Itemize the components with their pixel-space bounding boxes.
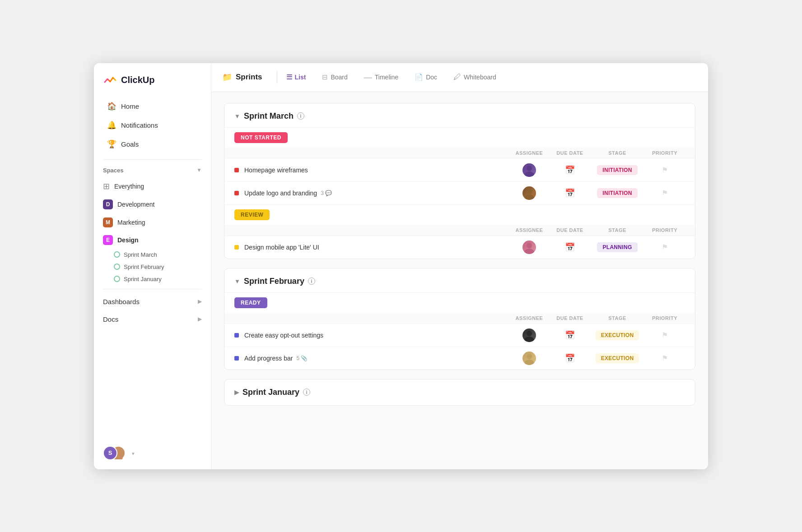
status-badge-review: REVIEW	[234, 209, 270, 220]
sprint-march-header: ▼ Sprint March i	[224, 103, 695, 127]
sidebar-item-dashboards[interactable]: Dashboards ▶	[94, 293, 211, 310]
task-row-opt-out[interactable]: Create easy opt-out settings 📅 EXECUTION	[224, 324, 695, 347]
sprint-february-info[interactable]: i	[308, 278, 315, 285]
whiteboard-tab-icon: 🖊	[453, 73, 461, 82]
review-header: REVIEW	[224, 205, 695, 225]
main-content: 📁 Sprints ☰ List ⊟ Board — Timeline �	[211, 63, 708, 469]
col-headers-2: ASSIGNEE DUE DATE STAGE PRIORITY	[224, 225, 695, 236]
task-duedate-5[interactable]: 📅	[550, 353, 590, 363]
logo[interactable]: ClickUp	[94, 63, 211, 95]
sprint-january-info[interactable]: i	[303, 389, 310, 396]
task-duedate-3[interactable]: 📅	[550, 242, 590, 252]
tab-board[interactable]: ⊟ Board	[315, 69, 354, 85]
sidebar-item-goals[interactable]: 🏆 Goals	[98, 135, 207, 153]
task-duedate-2[interactable]: 📅	[550, 188, 590, 198]
development-badge: D	[103, 199, 113, 209]
col-stage-2: STAGE	[590, 227, 644, 233]
stage-badge-5: EXECUTION	[596, 353, 639, 363]
task-duedate-4[interactable]: 📅	[550, 330, 590, 340]
sidebar-sprint-february-label: Sprint February	[124, 264, 164, 270]
sidebar-label-dashboards: Dashboards	[103, 298, 140, 305]
board-tab-icon: ⊟	[322, 73, 328, 81]
sprint-january-chevron[interactable]: ▶	[234, 389, 239, 396]
col-priority-2: PRIORITY	[644, 227, 685, 233]
sprint-february-header: ▼ Sprint February i	[224, 268, 695, 292]
sprint-march-dot	[114, 251, 120, 258]
user-avatars[interactable]: S	[103, 446, 126, 462]
col-headers-1: ASSIGNEE DUE DATE STAGE PRIORITY	[224, 148, 695, 158]
col-priority-1: PRIORITY	[644, 150, 685, 156]
task-row-homepage-wireframes[interactable]: Homepage wireframes 📅 INITIATION	[224, 158, 695, 181]
tab-whiteboard[interactable]: 🖊 Whiteboard	[446, 69, 504, 85]
calendar-icon-5: 📅	[565, 353, 575, 363]
col-headers-3: ASSIGNEE DUE DATE STAGE PRIORITY	[224, 313, 695, 324]
task-dot-2	[234, 191, 239, 195]
sidebar-sprint-march[interactable]: Sprint March	[94, 249, 211, 261]
docs-chevron: ▶	[198, 316, 202, 322]
svg-point-4	[527, 189, 532, 194]
priority-flag-1[interactable]: ⚑	[662, 166, 668, 174]
svg-point-7	[524, 249, 534, 254]
task-row-update-logo[interactable]: Update logo and branding 3 💬	[224, 181, 695, 204]
stage-badge-1: INITIATION	[597, 165, 637, 175]
sidebar-sprint-january[interactable]: Sprint January	[94, 273, 211, 285]
tab-board-label: Board	[331, 74, 347, 81]
sidebar-label-docs: Docs	[103, 315, 118, 323]
task-stage-1: INITIATION	[590, 165, 644, 175]
priority-flag-3[interactable]: ⚑	[662, 243, 668, 251]
task-assignee-2	[509, 186, 550, 200]
sprint-february-chevron[interactable]: ▼	[234, 278, 240, 285]
sidebar-item-marketing[interactable]: M Marketing	[94, 214, 211, 231]
sidebar-item-design[interactable]: E Design	[94, 231, 211, 249]
sidebar-item-everything[interactable]: ⊞ Everything	[94, 178, 211, 195]
list-tab-icon: ☰	[286, 73, 292, 81]
sprint-march-card: ▼ Sprint March i NOT STARTED ASSIGNEE DU…	[224, 103, 695, 259]
app-name: ClickUp	[121, 75, 154, 85]
sprint-march-info[interactable]: i	[297, 112, 304, 120]
tab-timeline[interactable]: — Timeline	[357, 69, 406, 86]
calendar-icon-2: 📅	[565, 188, 575, 198]
svg-point-8	[527, 331, 532, 336]
svg-point-10	[527, 354, 532, 359]
sidebar-item-development[interactable]: D Development	[94, 196, 211, 213]
task-duedate-1[interactable]: 📅	[550, 165, 590, 175]
tab-doc-label: Doc	[426, 74, 437, 81]
task-assignee-1	[509, 163, 550, 177]
comment-icon: 💬	[325, 190, 332, 196]
sprint-january-card: ▶ Sprint January i	[224, 379, 695, 406]
sidebar-label-notifications: Notifications	[121, 121, 158, 129]
topbar: 📁 Sprints ☰ List ⊟ Board — Timeline �	[211, 63, 708, 92]
footer-chevron[interactable]: ▾	[132, 451, 135, 457]
divider-1	[103, 159, 202, 160]
priority-flag-2[interactable]: ⚑	[662, 189, 668, 197]
ready-section: READY ASSIGNEE DUE DATE STAGE PRIORITY	[224, 292, 695, 370]
spaces-label: Spaces	[103, 167, 124, 174]
task-priority-1: ⚑	[644, 166, 685, 174]
dashboards-chevron: ▶	[198, 298, 202, 305]
task-row-progress-bar[interactable]: Add progress bar 5 📎 📅	[224, 347, 695, 370]
task-row-design-mobile[interactable]: Design mobile app 'Lite' UI 📅 PLANNING	[224, 236, 695, 259]
spaces-header[interactable]: Spaces ▼	[94, 163, 211, 177]
task-name-5: Add progress bar 5 📎	[244, 355, 509, 362]
tab-list[interactable]: ☰ List	[279, 69, 313, 85]
sidebar-sprint-february[interactable]: Sprint February	[94, 261, 211, 273]
col-priority-3: PRIORITY	[644, 315, 685, 321]
avatar-task-4	[522, 328, 536, 342]
sprint-march-chevron[interactable]: ▼	[234, 113, 240, 120]
sidebar-item-docs[interactable]: Docs ▶	[94, 310, 211, 328]
not-started-section: NOT STARTED ASSIGNEE DUE DATE STAGE PRIO…	[224, 127, 695, 204]
sidebar-label-home: Home	[121, 102, 139, 110]
priority-flag-4[interactable]: ⚑	[662, 331, 668, 339]
sidebar-item-home[interactable]: 🏠 Home	[98, 97, 207, 116]
sprint-february-title: Sprint February	[244, 277, 304, 286]
task-stage-5: EXECUTION	[590, 353, 644, 363]
task-priority-2: ⚑	[644, 189, 685, 197]
col-duedate-1: DUE DATE	[550, 150, 590, 156]
tab-doc[interactable]: 📄 Doc	[407, 69, 444, 85]
col-assignee-3: ASSIGNEE	[509, 315, 550, 321]
sidebar-sprint-march-label: Sprint March	[124, 251, 157, 258]
sidebar-item-notifications[interactable]: 🔔 Notifications	[98, 116, 207, 134]
avatar-task-2	[522, 186, 536, 200]
priority-flag-5[interactable]: ⚑	[662, 354, 668, 362]
task-priority-3: ⚑	[644, 243, 685, 251]
